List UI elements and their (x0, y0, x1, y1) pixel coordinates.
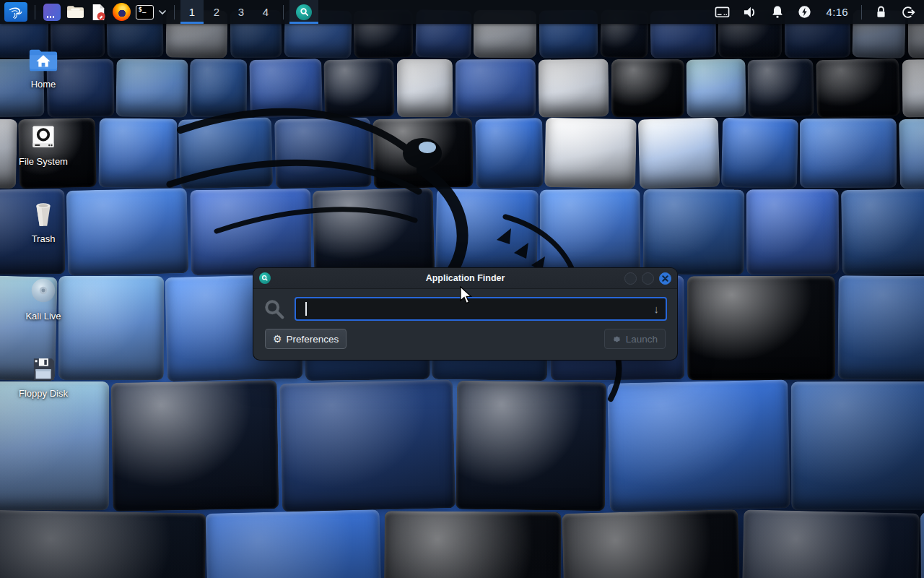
top-panel: $_ 1 2 3 4 (0, 0, 924, 24)
launcher-dropdown-button[interactable] (157, 0, 168, 24)
chevron-down-icon (158, 9, 167, 15)
touchpad-indicator[interactable] (710, 0, 736, 24)
search-icon (296, 4, 312, 20)
volume-control[interactable] (737, 0, 763, 24)
desktop-icon-trash[interactable]: Trash (9, 195, 78, 244)
volume-icon (743, 6, 757, 19)
logout-icon (901, 5, 915, 20)
launcher-files-app[interactable] (41, 0, 63, 24)
preferences-button[interactable]: ⚙ Preferences (265, 329, 346, 349)
titlebar[interactable]: Application Finder (253, 268, 677, 289)
power-manager[interactable] (792, 0, 818, 24)
panel-separator (35, 5, 35, 20)
terminal-icon: $_ (136, 5, 154, 20)
optical-disc-icon (9, 272, 78, 307)
text-caret (305, 302, 307, 316)
desktop-icon-label: Floppy Disk (9, 388, 78, 399)
desktop-icon-kali-live[interactable]: Kali Live (9, 272, 78, 322)
launcher-firefox[interactable] (110, 0, 132, 24)
kali-menu-icon (7, 4, 25, 20)
desktop: Home File System Trash (0, 0, 924, 578)
desktop-icon-file-system[interactable]: File System (9, 118, 78, 167)
power-manager-icon (798, 5, 811, 19)
window-title: Application Finder (253, 273, 677, 283)
desktop-icon-home[interactable]: Home (9, 40, 78, 90)
dialog-body: ↓ ⚙ Preferences Launch (253, 289, 677, 349)
workspace-number: 1 (189, 6, 195, 18)
workspace-number: 3 (238, 6, 244, 18)
application-finder-icon (259, 272, 271, 284)
gear-icon: ⚙ (273, 334, 282, 344)
search-icon (263, 298, 285, 320)
application-finder-window: Application Finder ↓ (253, 268, 677, 360)
workspace-2[interactable]: 2 (205, 0, 228, 24)
panel-clock[interactable]: 4:16 (819, 6, 855, 18)
window-icon (43, 4, 61, 21)
bell-icon (771, 5, 784, 19)
harddrive-icon (9, 118, 78, 152)
launcher-text-editor[interactable] (87, 0, 109, 24)
notifications[interactable] (764, 0, 790, 24)
panel-separator (283, 5, 284, 20)
taskbar-application-finder[interactable] (289, 0, 318, 24)
launcher-file-manager[interactable] (64, 0, 86, 24)
desktop-icon-label: Home (9, 79, 78, 90)
workspace-3[interactable]: 3 (230, 0, 253, 24)
launch-label: Launch (626, 334, 658, 345)
preferences-label: Preferences (287, 334, 339, 345)
desktop-icon-label: Trash (9, 233, 78, 244)
workspace-number: 4 (263, 6, 269, 18)
minimize-button[interactable] (624, 272, 637, 285)
workspace-1[interactable]: 1 (180, 0, 204, 24)
launch-icon (612, 335, 622, 344)
touchpad-icon (715, 6, 730, 19)
close-icon (662, 275, 668, 282)
applications-menu-button[interactable] (4, 2, 27, 22)
desktop-icon-floppy-disk[interactable]: Floppy Disk (9, 350, 78, 399)
panel-separator (174, 5, 175, 20)
desktop-icon-label: File System (9, 156, 78, 167)
lock-icon (875, 5, 887, 19)
desktop-icon-label: Kali Live (9, 311, 78, 322)
trash-icon (9, 195, 78, 230)
close-button[interactable] (659, 272, 671, 285)
lock-screen-button[interactable] (868, 0, 894, 24)
folder-icon (66, 4, 84, 20)
launcher-terminal[interactable]: $_ (134, 0, 155, 24)
launch-button[interactable]: Launch (604, 329, 666, 349)
terminal-glyph: $_ (139, 6, 147, 13)
logout-button[interactable] (895, 0, 921, 24)
dropdown-arrow-icon[interactable]: ↓ (654, 303, 660, 314)
workspace-number: 2 (214, 6, 219, 18)
floppy-icon (9, 350, 78, 384)
search-input[interactable]: ↓ (295, 297, 667, 321)
workspace-4[interactable]: 4 (254, 0, 277, 24)
maximize-button[interactable] (642, 272, 654, 285)
document-edit-icon (90, 4, 106, 21)
firefox-icon (113, 3, 131, 21)
panel-separator (861, 5, 862, 20)
home-folder-icon (9, 40, 78, 75)
